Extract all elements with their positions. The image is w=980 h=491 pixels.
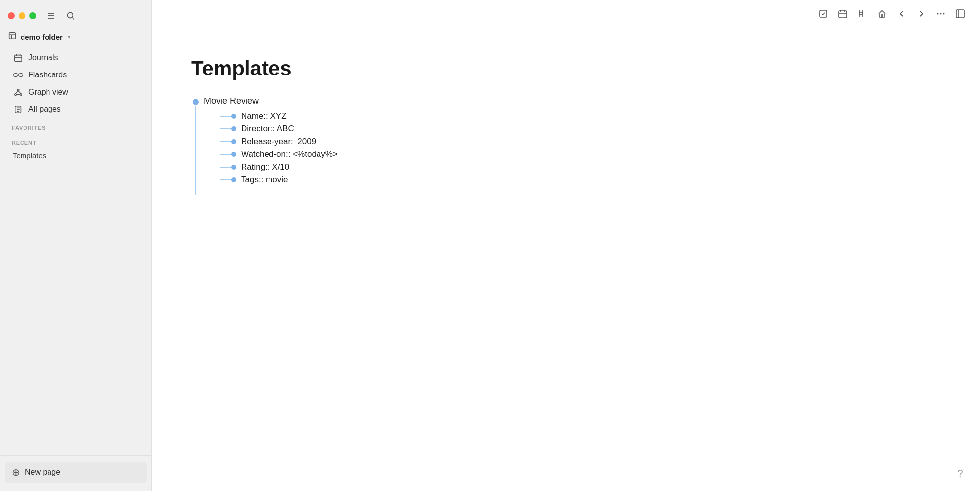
sidebar-bottom: ⊕ New page xyxy=(0,455,151,491)
sidebar-item-all-pages-label: All pages xyxy=(28,105,61,114)
graph-icon xyxy=(13,88,24,97)
svg-point-35 xyxy=(943,13,945,14)
minimize-button[interactable] xyxy=(19,12,25,19)
close-button[interactable] xyxy=(8,12,15,19)
child-text: Release-year:: 2009 xyxy=(241,137,316,147)
workspace-chevron-icon: ▾ xyxy=(68,34,71,40)
children-list: Name:: XYZ Director:: ABC Release- xyxy=(220,111,338,185)
main-content: Templates Movie Review xyxy=(152,0,980,491)
pages-icon xyxy=(13,105,24,114)
search-icon[interactable] xyxy=(64,9,77,23)
horiz-line xyxy=(220,167,231,168)
child-text: Name:: XYZ xyxy=(241,111,287,121)
child-dot xyxy=(231,126,236,131)
child-text: Tags:: movie xyxy=(241,175,288,185)
list-item: Name:: XYZ xyxy=(220,111,338,121)
svg-rect-22 xyxy=(15,107,16,112)
traffic-lights xyxy=(8,12,36,19)
sidebar-item-journals[interactable]: Journals xyxy=(4,49,147,66)
infinity-icon xyxy=(13,72,24,78)
horiz-line xyxy=(220,116,231,117)
vertical-line xyxy=(195,106,196,195)
sidebar: demo folder ▾ Journals xyxy=(0,0,152,491)
svg-line-16 xyxy=(18,91,21,93)
help-label: ? xyxy=(957,468,963,479)
new-page-icon: ⊕ xyxy=(12,466,20,478)
sidebar-item-journals-label: Journals xyxy=(28,53,58,62)
tag-button[interactable] xyxy=(855,6,870,22)
sidebar-item-graph-view[interactable]: Graph view xyxy=(4,84,147,100)
todo-button[interactable] xyxy=(815,6,831,22)
child-dot xyxy=(231,152,236,157)
list-item: Director:: ABC xyxy=(220,124,338,134)
svg-line-15 xyxy=(16,91,18,93)
maximize-button[interactable] xyxy=(29,12,36,19)
svg-rect-24 xyxy=(839,11,847,18)
recent-item-templates[interactable]: Templates xyxy=(4,148,147,163)
list-item: Tags:: movie xyxy=(220,175,338,185)
forward-button[interactable] xyxy=(913,6,929,22)
help-button[interactable]: ? xyxy=(953,466,968,481)
child-text: Director:: ABC xyxy=(241,124,294,134)
svg-point-34 xyxy=(940,13,942,14)
workspace-name: demo folder xyxy=(21,33,63,41)
sidebar-item-flashcards-label: Flashcards xyxy=(28,71,67,79)
workspace-selector[interactable]: demo folder ▾ xyxy=(0,28,151,47)
window-controls xyxy=(0,0,151,28)
page-title: Templates xyxy=(191,57,941,80)
nav-items: Journals Flashcards xyxy=(0,47,151,455)
menu-icon[interactable] xyxy=(44,9,58,23)
parent-dot xyxy=(193,99,199,105)
list-item: Rating:: X/10 xyxy=(220,162,338,172)
outline-content: Movie Review Name:: XYZ xyxy=(204,96,338,185)
back-button[interactable] xyxy=(894,6,909,22)
home-button[interactable] xyxy=(874,6,890,22)
sidebar-item-flashcards[interactable]: Flashcards xyxy=(4,67,147,83)
more-button[interactable] xyxy=(933,6,949,22)
child-dot xyxy=(231,177,236,182)
toolbar xyxy=(152,0,980,27)
svg-rect-5 xyxy=(9,33,16,39)
workspace-icon xyxy=(8,31,17,42)
recent-item-templates-label: Templates xyxy=(13,151,46,160)
svg-point-13 xyxy=(15,94,17,96)
calendar-button[interactable] xyxy=(835,6,851,22)
child-text: Rating:: X/10 xyxy=(241,162,289,172)
child-dot xyxy=(231,139,236,144)
svg-point-14 xyxy=(20,94,22,96)
page-content: Templates Movie Review xyxy=(152,27,980,491)
favorites-section-label: FAVORITES xyxy=(0,118,151,133)
horiz-line xyxy=(220,141,231,142)
list-item: Release-year:: 2009 xyxy=(220,137,338,147)
new-page-label: New page xyxy=(25,468,60,477)
sidebar-item-graph-view-label: Graph view xyxy=(28,88,68,97)
svg-line-4 xyxy=(73,18,74,20)
svg-rect-32 xyxy=(881,15,883,17)
calendar-icon xyxy=(13,53,24,62)
outline-tree: Movie Review Name:: XYZ xyxy=(191,96,941,195)
child-dot xyxy=(231,114,236,119)
svg-point-3 xyxy=(68,13,73,18)
svg-rect-36 xyxy=(956,10,964,18)
recent-section-label: RECENT xyxy=(0,133,151,147)
horiz-line xyxy=(220,179,231,180)
sidebar-item-all-pages[interactable]: All pages xyxy=(4,101,147,118)
svg-rect-8 xyxy=(15,55,22,62)
svg-point-33 xyxy=(937,13,939,14)
child-dot xyxy=(231,165,236,170)
outline-parent-label: Movie Review xyxy=(204,96,338,106)
new-page-button[interactable]: ⊕ New page xyxy=(5,462,147,483)
child-text: Watched-on:: <%today%> xyxy=(241,149,338,159)
horiz-line xyxy=(220,154,231,155)
horiz-line xyxy=(220,128,231,129)
children-section: Name:: XYZ Director:: ABC Release- xyxy=(204,111,338,185)
svg-point-12 xyxy=(17,89,19,91)
sidebar-toggle-button[interactable] xyxy=(953,6,968,22)
list-item: Watched-on:: <%today%> xyxy=(220,149,338,159)
